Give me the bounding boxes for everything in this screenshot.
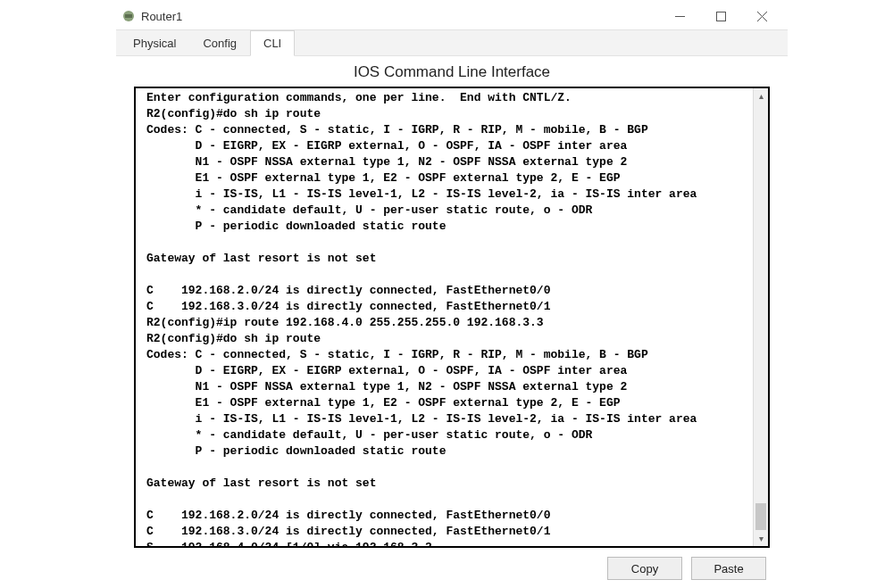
minimize-button[interactable] [659, 3, 700, 29]
app-window: Router1 Physical Config CLI IOS Command … [116, 3, 788, 588]
maximize-button[interactable] [700, 3, 741, 29]
paste-button[interactable]: Paste [691, 557, 766, 580]
router-icon [121, 9, 136, 23]
svg-rect-3 [716, 12, 725, 21]
vertical-scrollbar[interactable]: ▴ ▾ [753, 88, 768, 546]
window-controls [659, 3, 782, 29]
tab-config[interactable]: Config [189, 30, 250, 55]
terminal-container: Enter configuration commands, one per li… [134, 87, 770, 548]
tab-cli[interactable]: CLI [250, 30, 295, 56]
close-button[interactable] [741, 3, 782, 29]
scroll-up-arrow[interactable]: ▴ [754, 88, 768, 104]
button-row: Copy Paste [134, 548, 770, 580]
cli-terminal[interactable]: Enter configuration commands, one per li… [136, 88, 753, 546]
cli-panel: IOS Command Line Interface Enter configu… [116, 56, 788, 588]
svg-rect-1 [125, 14, 132, 18]
tab-physical[interactable]: Physical [120, 30, 189, 55]
scroll-thumb[interactable] [755, 503, 766, 530]
title-bar: Router1 [116, 3, 788, 29]
cli-title: IOS Command Line Interface [134, 63, 770, 81]
window-title: Router1 [141, 10, 659, 23]
tab-bar: Physical Config CLI [116, 29, 788, 56]
scroll-down-arrow[interactable]: ▾ [754, 531, 768, 546]
copy-button[interactable]: Copy [607, 557, 682, 580]
